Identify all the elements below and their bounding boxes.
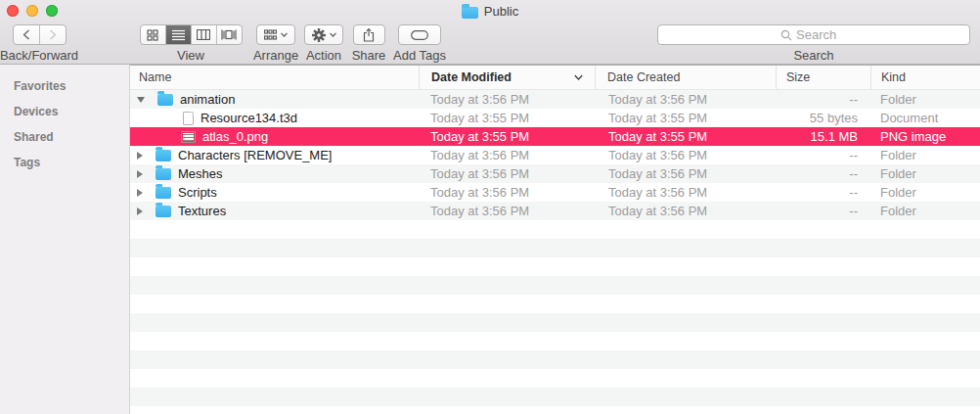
- date-created-cell: Today at 3:55 PM: [595, 127, 776, 146]
- folder-icon: [156, 168, 171, 180]
- table-row[interactable]: Textures Today at 3:56 PM Today at 3:56 …: [130, 202, 980, 220]
- size-cell: 15.1 MB: [776, 127, 870, 146]
- size-cell: --: [776, 146, 870, 164]
- size-cell: --: [776, 90, 870, 109]
- column-header-size[interactable]: Size: [776, 66, 870, 89]
- column-header-name[interactable]: Name: [130, 66, 419, 89]
- date-created-cell: Today at 3:56 PM: [595, 164, 776, 183]
- search-group: Search: [657, 24, 970, 63]
- add-tags-label: Add Tags: [393, 48, 446, 63]
- size-cell: --: [776, 183, 870, 202]
- search-field[interactable]: [657, 24, 970, 45]
- action-button[interactable]: [304, 24, 343, 45]
- date-modified-cell: Today at 3:55 PM: [419, 109, 595, 127]
- sort-descending-icon: [574, 74, 583, 80]
- share-group: Share: [344, 24, 393, 63]
- list-view-button[interactable]: [165, 25, 191, 44]
- sidebar-section-tags[interactable]: Tags: [0, 150, 129, 175]
- finder-window: Public Back/Forward: [0, 0, 980, 414]
- date-modified-cell: Today at 3:56 PM: [419, 90, 595, 109]
- kind-cell: Folder: [870, 164, 980, 183]
- disclosure-triangle-icon[interactable]: [137, 152, 143, 160]
- back-forward-control: [13, 24, 67, 45]
- share-label: Share: [352, 48, 386, 63]
- column-header-kind[interactable]: Kind: [870, 66, 980, 89]
- window-title: Public: [0, 3, 980, 20]
- file-name: Textures: [178, 204, 226, 218]
- folder-icon: [156, 206, 171, 217]
- table-row[interactable]: Meshes Today at 3:56 PM Today at 3:56 PM…: [130, 164, 980, 183]
- file-name: atlas_0.png: [202, 129, 268, 144]
- action-label: Action: [306, 48, 341, 63]
- kind-cell: PNG image: [870, 127, 980, 146]
- add-tags-button[interactable]: [398, 24, 441, 45]
- sidebar-section-favorites[interactable]: Favorites: [0, 73, 129, 99]
- window-chrome: Public Back/Forward: [0, 0, 980, 65]
- file-name: Scripts: [178, 185, 217, 200]
- column-view-icon: [197, 29, 210, 40]
- document-icon: [183, 112, 194, 125]
- chevron-right-icon: [49, 29, 57, 40]
- size-cell: --: [776, 164, 870, 183]
- name-cell: Textures: [130, 202, 419, 220]
- date-modified-cell: Today at 3:56 PM: [419, 146, 595, 164]
- arrange-grid-icon: [264, 29, 277, 40]
- name-cell: Resource134.t3d: [130, 109, 419, 127]
- list-header: Name Date Modified Date Created Size Kin…: [130, 65, 980, 90]
- table-row[interactable]: Characters [REMOVE_ME] Today at 3:56 PM …: [130, 146, 980, 164]
- disclosure-triangle-icon[interactable]: [137, 97, 145, 103]
- coverflow-view-button[interactable]: [216, 25, 242, 44]
- date-modified-cell: Today at 3:55 PM: [419, 127, 595, 146]
- disclosure-triangle-icon[interactable]: [137, 207, 143, 215]
- size-cell: 55 bytes: [776, 109, 870, 127]
- size-cell: --: [776, 202, 870, 220]
- search-icon: [780, 29, 792, 41]
- back-button[interactable]: [14, 25, 39, 44]
- search-input[interactable]: [796, 27, 847, 42]
- column-view-button[interactable]: [191, 25, 216, 44]
- name-cell: Meshes: [130, 164, 419, 183]
- kind-cell: Folder: [870, 146, 980, 164]
- chevron-down-icon: [330, 32, 336, 37]
- file-name: animation: [180, 92, 235, 107]
- column-header-date-modified[interactable]: Date Modified: [419, 66, 595, 89]
- table-row[interactable]: Resource134.t3d Today at 3:55 PM Today a…: [130, 109, 980, 127]
- sidebar-section-devices[interactable]: Devices: [0, 99, 129, 124]
- view-group: View: [130, 24, 251, 63]
- disclosure-triangle-icon[interactable]: [137, 170, 143, 178]
- table-row[interactable]: animation Today at 3:56 PM Today at 3:56…: [130, 90, 980, 109]
- chevron-left-icon: [22, 29, 30, 40]
- share-button[interactable]: [353, 24, 385, 45]
- column-header-date-created[interactable]: Date Created: [595, 66, 776, 89]
- kind-cell: Folder: [870, 183, 980, 202]
- name-cell: Characters [REMOVE_ME]: [130, 146, 419, 164]
- disclosure-triangle-icon[interactable]: [137, 189, 143, 197]
- add-tags-group: Add Tags: [391, 24, 448, 63]
- folder-icon: [462, 7, 478, 19]
- list-view-icon: [172, 29, 185, 41]
- kind-cell: Folder: [870, 202, 980, 220]
- icon-view-button[interactable]: [141, 25, 166, 44]
- sidebar-section-shared[interactable]: Shared: [0, 124, 129, 150]
- chevron-down-icon: [281, 32, 288, 37]
- back-forward-group: Back/Forward: [0, 24, 78, 63]
- file-name: Resource134.t3d: [200, 111, 297, 125]
- file-name: Characters [REMOVE_ME]: [178, 148, 333, 162]
- date-created-cell: Today at 3:56 PM: [595, 183, 776, 202]
- file-list: Name Date Modified Date Created Size Kin…: [130, 65, 980, 414]
- folder-icon: [157, 94, 173, 106]
- date-created-cell: Today at 3:56 PM: [595, 90, 776, 109]
- date-created-cell: Today at 3:55 PM: [595, 109, 776, 127]
- table-row[interactable]: Scripts Today at 3:56 PM Today at 3:56 P…: [130, 183, 980, 202]
- table-row[interactable]: atlas_0.png Today at 3:55 PM Today at 3:…: [130, 127, 980, 146]
- arrange-button[interactable]: [256, 24, 295, 45]
- kind-cell: Document: [870, 109, 980, 127]
- name-cell: Scripts: [130, 183, 419, 202]
- sidebar: Favorites Devices Shared Tags: [0, 65, 130, 414]
- gear-icon: [312, 28, 326, 42]
- forward-button[interactable]: [39, 25, 66, 44]
- list-body: animation Today at 3:56 PM Today at 3:56…: [130, 90, 980, 414]
- window-title-text: Public: [484, 4, 518, 19]
- share-icon: [363, 28, 375, 42]
- coverflow-view-icon: [221, 29, 237, 40]
